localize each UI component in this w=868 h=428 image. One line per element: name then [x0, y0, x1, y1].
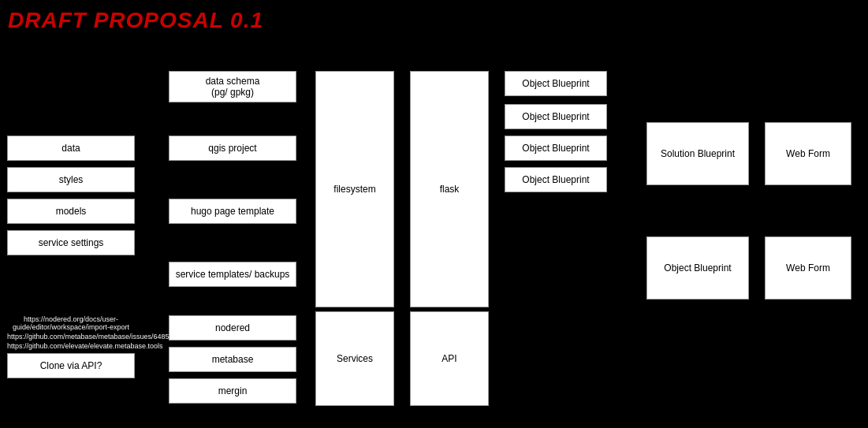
nodered-box: nodered	[169, 315, 296, 341]
flask-box: flask	[410, 71, 489, 307]
object-blueprint-2: Object Blueprint	[505, 104, 607, 129]
object-blueprint-4: Object Blueprint	[505, 167, 607, 192]
web-form-2: Web Form	[765, 236, 851, 300]
mergin-box: mergin	[169, 378, 296, 404]
hugo-page-template-box: hugo page template	[169, 199, 296, 224]
clone-api-box: Clone via API?	[7, 353, 135, 378]
models-box: models	[7, 199, 135, 224]
object-blueprint-1: Object Blueprint	[505, 71, 607, 96]
service-templates-box: service templates/ backups	[169, 262, 296, 287]
service-settings-box: service settings	[7, 230, 135, 255]
metabase-box: metabase	[169, 347, 296, 372]
object-blueprint-3: Object Blueprint	[505, 136, 607, 161]
solution-blueprint-box: Solution Blueprint	[646, 122, 749, 185]
data-schema-box: data schema (pg/ gpkg)	[169, 71, 296, 102]
metabase-link2: https://github.com/elevate/elevate.metab…	[7, 342, 135, 350]
filesystem-box: filesystem	[315, 71, 394, 307]
data-box: data	[7, 136, 135, 161]
page-title: DRAFT PROPOSAL 0.1	[8, 8, 263, 33]
api-box: API	[410, 311, 489, 406]
object-blueprint-5: Object Blueprint	[646, 236, 749, 300]
services-box: Services	[315, 311, 394, 406]
nodered-link: https://nodered.org/docs/user-guide/edit…	[7, 315, 135, 331]
styles-box: styles	[7, 167, 135, 192]
metabase-link1: https://github.com/metabase/metabase/iss…	[7, 333, 135, 341]
web-form-1: Web Form	[765, 122, 851, 185]
qgis-project-box: qgis project	[169, 136, 296, 161]
